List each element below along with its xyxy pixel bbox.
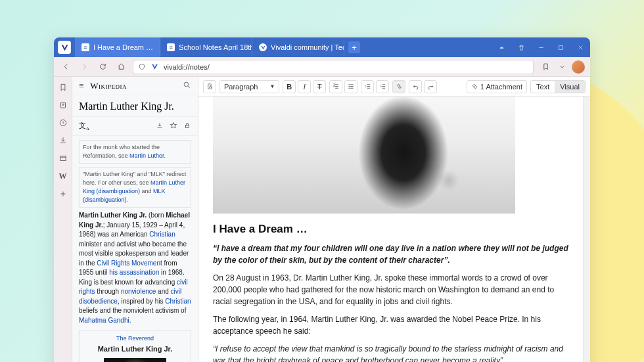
- article-tools: 文A: [72, 117, 198, 136]
- wikipedia-panel: ≡ Wikipedia Martin Luther King Jr. 文A Fo…: [72, 77, 198, 362]
- note-content[interactable]: ON'T 0 I Have a Dream … “I have a dream …: [198, 97, 583, 362]
- forward-button[interactable]: [78, 60, 91, 74]
- close-button[interactable]: [570, 37, 590, 57]
- svg-rect-3: [60, 156, 65, 161]
- reload-button[interactable]: [96, 60, 109, 74]
- shield-icon: [138, 63, 146, 71]
- search-icon[interactable]: [183, 80, 191, 92]
- article-content[interactable]: For the monk who started the Reformation…: [72, 136, 198, 362]
- vivaldi-icon: [259, 43, 267, 51]
- undo-button[interactable]: [409, 80, 422, 93]
- indent-button[interactable]: [376, 80, 389, 93]
- download-icon[interactable]: [156, 120, 164, 132]
- ordered-list-button[interactable]: 12: [329, 80, 342, 93]
- tab-1[interactable]: ≡ School Notes April 18th: [160, 37, 252, 57]
- star-icon[interactable]: [170, 120, 177, 132]
- wikipedia-icon[interactable]: W: [58, 171, 68, 181]
- visual-view-button[interactable]: Visual: [555, 81, 585, 93]
- note-icon: ≡: [167, 43, 175, 51]
- note-title: I Have a Dream …: [213, 223, 568, 236]
- infobox-label: The Reverend: [83, 334, 187, 343]
- note-icon: ≡: [81, 43, 89, 51]
- note-quote: “I have a dream that my four children wi…: [213, 242, 568, 266]
- chevron-down-icon[interactable]: [555, 60, 568, 74]
- svg-point-8: [348, 84, 349, 85]
- language-icon[interactable]: 文A: [79, 121, 89, 131]
- svg-point-10: [348, 88, 349, 89]
- downloads-icon[interactable]: [58, 136, 68, 145]
- lock-icon[interactable]: [183, 120, 191, 132]
- window-icon[interactable]: [58, 154, 68, 163]
- bookmark-button[interactable]: [539, 60, 552, 74]
- redo-button[interactable]: [424, 80, 437, 93]
- address-bar: vivaldi://notes/: [54, 57, 590, 77]
- svg-rect-0: [559, 45, 563, 49]
- tab-label: School Notes April 18th: [179, 43, 252, 51]
- infobox: The Reverend Martin Luther King Jr.: [79, 330, 191, 362]
- url-input[interactable]: vivaldi://notes/: [133, 60, 534, 74]
- scrollbar[interactable]: [583, 97, 590, 362]
- svg-rect-5: [186, 125, 189, 128]
- editor-toolbar: Paragraph▼ B I T 12: [198, 77, 590, 97]
- note-paragraph: The following year, in 1964, Martin Luth…: [213, 313, 568, 337]
- tab-0[interactable]: ≡ I Have a Dream …: [75, 37, 160, 57]
- outdent-button[interactable]: [361, 80, 374, 93]
- reading-icon[interactable]: [58, 101, 68, 110]
- svg-point-4: [184, 82, 189, 87]
- svg-text:2: 2: [333, 85, 334, 87]
- tab-2[interactable]: Vivaldi community | Tech fo: [252, 37, 344, 57]
- history-icon[interactable]: [58, 118, 68, 127]
- sync-icon[interactable]: [492, 37, 511, 57]
- new-tab-button[interactable]: +: [348, 41, 360, 53]
- infobox-name: Martin Luther King Jr.: [83, 344, 187, 355]
- link-button[interactable]: [392, 80, 405, 93]
- note-paragraph: On 28 August in 1963, Dr. Martin Luther …: [213, 272, 568, 307]
- tab-label: Vivaldi community | Tech fo: [271, 43, 344, 51]
- back-button[interactable]: [59, 60, 72, 74]
- italic-button[interactable]: I: [298, 80, 311, 93]
- note-quote: “I refuse to accept the view that mankin…: [213, 343, 568, 362]
- text-view-button[interactable]: Text: [531, 81, 555, 93]
- vivaldi-icon: [150, 62, 159, 71]
- attachment-button[interactable]: 1 Attachment: [467, 80, 527, 93]
- svg-point-9: [348, 86, 349, 87]
- menu-icon[interactable]: ≡: [79, 81, 83, 91]
- add-panel-button[interactable]: [58, 189, 68, 198]
- infobox-image: [104, 358, 166, 362]
- bookmarks-icon[interactable]: [58, 83, 68, 92]
- vivaldi-menu-button[interactable]: [54, 37, 75, 57]
- minimize-button[interactable]: [531, 37, 551, 57]
- url-text: vivaldi://notes/: [164, 63, 210, 71]
- bullet-list-button[interactable]: [344, 80, 357, 93]
- article-title: Martin Luther King Jr.: [72, 95, 198, 117]
- profile-avatar[interactable]: [572, 60, 585, 74]
- trash-icon[interactable]: [511, 37, 531, 57]
- panel-strip: W: [54, 77, 72, 362]
- hatnote: "Martin Luther King" and "MLK" redirect …: [79, 167, 191, 208]
- home-button[interactable]: [114, 60, 127, 74]
- lead-paragraph: Martin Luther King Jr. (born Michael Kin…: [79, 211, 191, 325]
- tab-bar: ≡ I Have a Dream … ≡ School Notes April …: [54, 37, 590, 57]
- strike-button[interactable]: T: [313, 80, 326, 93]
- insert-button[interactable]: [203, 80, 216, 93]
- view-toggle[interactable]: Text Visual: [530, 80, 586, 93]
- tab-label: I Have a Dream …: [93, 43, 153, 51]
- wikipedia-logo: Wikipedia: [90, 81, 176, 91]
- browser-window: ≡ I Have a Dream … ≡ School Notes April …: [54, 37, 590, 362]
- hatnote: For the monk who started the Reformation…: [79, 140, 191, 164]
- hero-image: ON'T 0: [213, 97, 515, 214]
- paragraph-select[interactable]: Paragraph▼: [219, 80, 279, 93]
- notes-editor: Paragraph▼ B I T 12: [198, 77, 590, 362]
- bold-button[interactable]: B: [283, 80, 296, 93]
- maximize-button[interactable]: [551, 37, 570, 57]
